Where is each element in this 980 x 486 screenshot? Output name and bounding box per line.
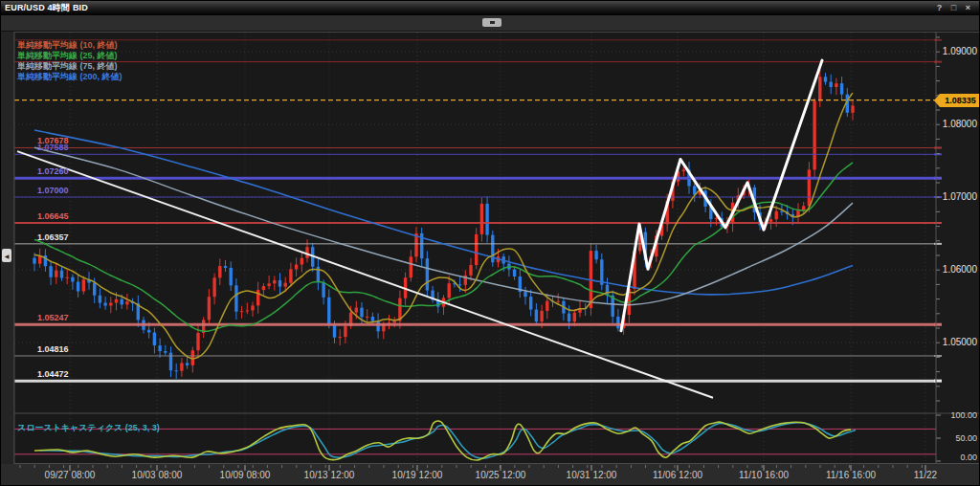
price-axis-label: 1.09000	[938, 46, 977, 56]
time-axis-label: 10/03 08:00	[123, 470, 190, 480]
help-button[interactable]: ?	[932, 1, 947, 15]
time-axis-label: 11/10 16:00	[730, 470, 797, 480]
time-axis-label: 10/13 12:00	[296, 470, 363, 480]
splitter-handle[interactable]: ◀	[2, 249, 11, 262]
collapse-panel-button[interactable]	[482, 18, 501, 27]
time-axis-label: 10/09 08:00	[212, 470, 278, 480]
price-axis-label: 1.06000	[938, 264, 977, 275]
time-axis-label: 11/16 16:00	[817, 470, 884, 480]
price-axis-label: 1.07000	[938, 191, 977, 202]
toolbar	[1, 15, 979, 32]
splitter-arrow-icon: ◀	[5, 253, 10, 259]
time-axis-label: 10/31 12:00	[558, 470, 625, 480]
current-price-value: 1.08335	[940, 94, 980, 107]
titlebar[interactable]: EUR/USD 4時間 BID ? □ ×	[1, 1, 979, 15]
trading-chart-window: EUR/USD 4時間 BID ? □ × ◀ 単純移動平均線 (10, 終値)…	[0, 0, 980, 486]
time-axis-label: 10/25 12:00	[467, 470, 534, 480]
time-axis-label: 11/06 12:00	[644, 470, 711, 480]
time-axis-label: 11/22	[892, 470, 959, 480]
time-axis-label: 10/19 12:00	[384, 470, 451, 480]
chart-canvas[interactable]	[1, 1, 980, 486]
stoch-axis-label: 0.00	[938, 453, 977, 462]
maximize-button[interactable]: □	[947, 1, 961, 15]
price-axis-label: 1.05000	[938, 337, 977, 347]
collapse-icon	[490, 21, 495, 24]
window-title: EUR/USD 4時間 BID	[5, 2, 932, 14]
time-axis-label: 09/27 08:00	[36, 470, 103, 480]
current-price-badge: 1.08335	[934, 94, 980, 107]
left-gutter: ◀	[1, 31, 14, 464]
stoch-axis-label: 50.00	[938, 433, 977, 443]
price-axis-label: 1.08000	[938, 119, 977, 129]
stoch-axis-label: 100.00	[938, 410, 977, 420]
close-button[interactable]: ×	[961, 1, 975, 15]
